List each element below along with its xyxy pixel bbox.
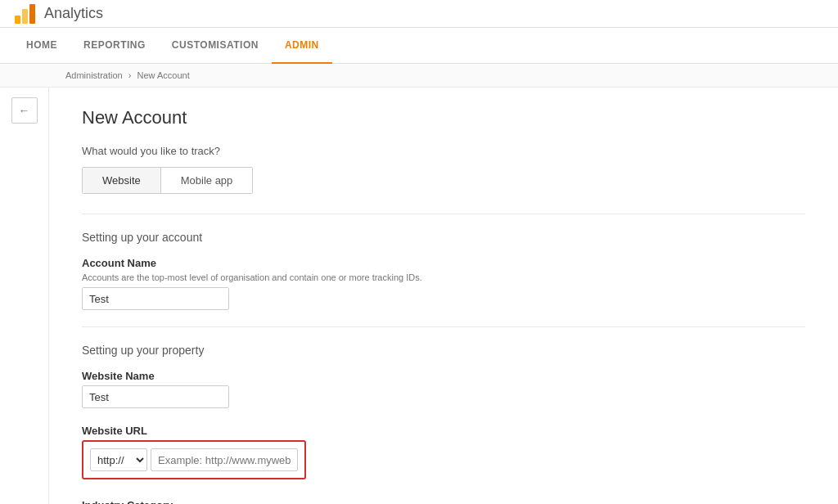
track-question: What would you like to track?: [82, 145, 805, 157]
analytics-logo: [13, 2, 36, 25]
sidebar: ←: [0, 88, 49, 504]
back-button[interactable]: ←: [11, 97, 38, 124]
account-name-group: Account Name Accounts are the top-most l…: [82, 257, 805, 310]
svg-rect-2: [29, 4, 35, 24]
website-name-group: Website Name: [82, 370, 805, 408]
svg-rect-1: [22, 9, 28, 24]
website-name-input[interactable]: [82, 385, 229, 408]
url-input-row: http:// https://: [90, 448, 298, 471]
content-area: New Account What would you like to track…: [49, 88, 838, 504]
track-type-selector: Website Mobile app: [82, 167, 253, 194]
breadcrumb: Administration › New Account: [0, 64, 838, 88]
svg-rect-0: [15, 16, 20, 24]
url-protocol-select[interactable]: http:// https://: [90, 448, 147, 471]
tab-customisation[interactable]: CUSTOMISATION: [159, 28, 272, 64]
page-title: New Account: [82, 107, 805, 128]
account-section-header: Setting up your account: [82, 231, 805, 244]
divider-property: [82, 326, 805, 327]
website-url-input[interactable]: [151, 448, 298, 471]
website-url-group: Website URL http:// https://: [82, 425, 805, 483]
account-name-input[interactable]: [82, 287, 229, 310]
tab-home[interactable]: HOME: [13, 28, 70, 64]
breadcrumb-separator: ›: [128, 70, 132, 80]
app-title: Analytics: [44, 5, 103, 22]
website-url-label: Website URL: [82, 425, 805, 437]
website-url-highlighted-box: http:// https://: [82, 440, 306, 479]
website-name-label: Website Name: [82, 370, 805, 382]
industry-category-group: Industry Category Select One: [82, 499, 805, 504]
track-website-button[interactable]: Website: [83, 168, 161, 193]
divider-account: [82, 214, 805, 214]
tab-reporting[interactable]: REPORTING: [70, 28, 159, 64]
nav-bar: HOME REPORTING CUSTOMISATION ADMIN: [0, 28, 838, 64]
industry-category-label: Industry Category: [82, 499, 805, 504]
breadcrumb-parent[interactable]: Administration: [65, 70, 123, 80]
property-section-header: Setting up your property: [82, 344, 805, 357]
account-name-hint: Accounts are the top-most level of organ…: [82, 272, 805, 282]
main-layout: ← New Account What would you like to tra…: [0, 88, 838, 504]
app-header: Analytics: [0, 0, 838, 28]
track-mobile-button[interactable]: Mobile app: [161, 168, 253, 193]
account-name-label: Account Name: [82, 257, 805, 269]
breadcrumb-current: New Account: [137, 70, 190, 80]
tab-admin[interactable]: ADMIN: [272, 28, 332, 64]
